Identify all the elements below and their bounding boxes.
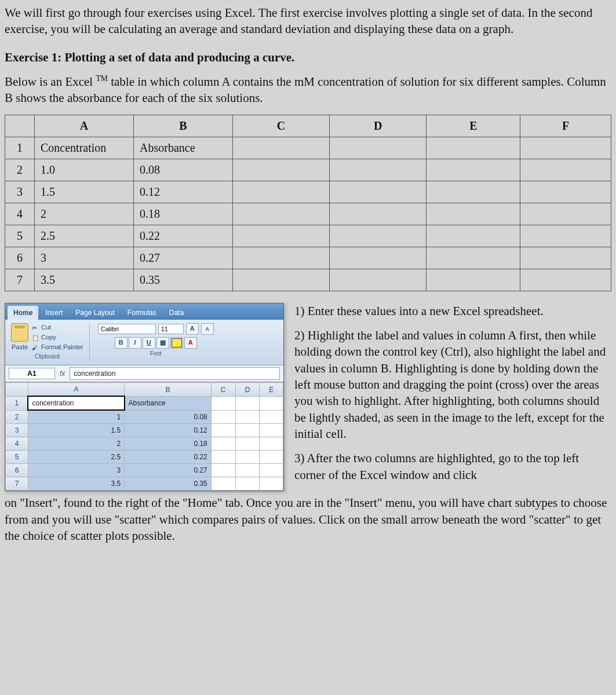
clipboard-group-label: Clipboard [35,353,60,361]
cell-b: 0.18 [134,203,233,225]
fx-icon[interactable]: fx [60,369,65,378]
paste-button[interactable]: Paste [11,323,28,352]
sheet-cell[interactable] [211,410,235,424]
sheet-cell[interactable]: 0.22 [125,451,212,464]
tab-page-layout[interactable]: Page Layout [70,306,120,320]
sheet-col-header[interactable]: B [125,383,212,397]
underline-button[interactable]: U [143,337,155,349]
table-row: 73.50.35 [5,269,611,291]
sheet-cell[interactable] [235,464,260,477]
sheet-cell[interactable]: 3.5 [28,477,124,491]
sheet-cell[interactable] [260,437,283,451]
sheet-cell[interactable] [235,424,260,437]
sheet-col-header[interactable]: D [235,383,260,397]
formula-bar[interactable]: concentration [70,367,280,380]
sheet-cell[interactable]: concentration [28,396,124,410]
col-header: D [330,115,427,137]
sheet-row[interactable]: 73.50.35 [6,477,283,491]
tab-data[interactable]: Data [163,306,189,320]
font-color-button[interactable]: A [184,337,197,349]
tab-home[interactable]: Home [8,306,38,320]
bold-button[interactable]: B [115,337,127,349]
name-box[interactable] [9,368,55,379]
sheet-cell[interactable] [260,424,283,437]
sheet-cell[interactable] [211,437,235,451]
border-button[interactable]: ▦ [156,337,169,349]
continuation-paragraph: on "Insert", found to the right of the "… [5,495,611,544]
tab-insert[interactable]: Insert [39,306,68,320]
mini-sheet[interactable]: A B C D E 1concentrationAbsorbance210.08… [5,382,283,491]
sheet-cell[interactable] [235,396,260,410]
cell-f [520,181,611,203]
format-painter-label: Format Painter [41,343,83,352]
sheet-cell[interactable] [211,424,235,437]
sheet-cell[interactable]: 2 [28,437,124,451]
sheet-row-header[interactable]: 5 [6,451,28,464]
table-row: 31.50.12 [5,181,611,203]
sheet-row-header[interactable]: 4 [6,437,28,451]
sheet-cell[interactable] [260,410,283,424]
paste-icon [11,323,28,342]
corner-cell [5,115,35,137]
italic-button[interactable]: I [129,337,141,349]
sheet-cell[interactable]: 0.27 [125,464,212,477]
tab-formulas[interactable]: Formulas [122,306,162,320]
sheet-row-header[interactable]: 2 [6,410,28,424]
sheet-row[interactable]: 420.18 [6,437,283,451]
row-number: 5 [5,225,35,247]
sheet-cell[interactable]: 2.5 [28,451,124,464]
sheet-row[interactable]: 31.50.12 [6,424,283,437]
cell-d [330,159,427,181]
sheet-cell[interactable] [211,477,235,491]
col-header: A [35,115,134,137]
fill-color-button[interactable] [170,337,183,349]
sheet-cell[interactable]: 0.08 [125,410,212,424]
format-painter-button[interactable]: Format Painter [32,343,83,352]
sheet-cell[interactable] [235,451,260,464]
cell-a: 3 [35,247,134,269]
cell-c [233,247,330,269]
sheet-cell[interactable]: 3 [28,464,124,477]
copy-button[interactable]: Copy [32,333,83,342]
sheet-cell[interactable] [260,464,283,477]
sheet-cell[interactable] [211,464,235,477]
sheet-cell[interactable] [235,477,260,491]
sheet-cell[interactable] [235,410,260,424]
sheet-cell[interactable] [211,396,235,410]
sheet-cell[interactable]: 0.12 [125,424,212,437]
cell-e [427,137,520,159]
sheet-row[interactable]: 630.27 [6,464,283,477]
sheet-row-header[interactable]: 1 [6,396,28,410]
sheet-row-header[interactable]: 7 [6,477,28,491]
sheet-cell[interactable]: 0.35 [125,477,212,491]
cell-a: 1.0 [35,159,134,181]
font-name-select[interactable] [98,324,156,334]
cell-e [427,247,520,269]
sheet-cell[interactable]: 1.5 [28,424,124,437]
sheet-cell[interactable] [260,451,283,464]
sheet-row-header[interactable]: 6 [6,464,28,477]
sheet-cell[interactable] [260,396,283,410]
sheet-cell[interactable]: Absorbance [125,396,212,410]
sheet-row[interactable]: 52.50.22 [6,451,283,464]
table-row: 420.18 [5,203,611,225]
sheet-cell[interactable] [211,451,235,464]
font-size-select[interactable] [158,324,184,334]
sheet-cell[interactable] [235,437,260,451]
cell-d [330,269,427,291]
sheet-row[interactable]: 210.08 [6,410,283,424]
sheet-col-header[interactable]: A [28,383,124,397]
sheet-col-header[interactable]: C [211,383,235,397]
sheet-corner[interactable] [6,383,28,397]
sheet-cell[interactable] [260,477,283,491]
sheet-cell[interactable]: 1 [28,410,124,424]
cell-b: 0.12 [134,181,233,203]
sheet-cell[interactable]: 0.18 [125,437,212,451]
sheet-row[interactable]: 1concentrationAbsorbance [6,396,283,410]
sheet-row-header[interactable]: 3 [6,424,28,437]
cut-button[interactable]: Cut [32,323,83,332]
shrink-font-button[interactable]: A [201,323,214,335]
step-3: 3) After the two columns are highlighted… [294,450,611,483]
sheet-col-header[interactable]: E [260,383,283,397]
grow-font-button[interactable]: A [186,323,199,335]
